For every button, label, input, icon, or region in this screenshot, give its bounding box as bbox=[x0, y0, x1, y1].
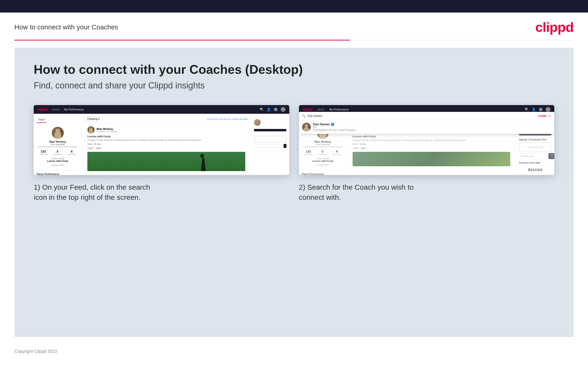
search-overlay: 🔍 Dan Davies CLEAR ✕ bbox=[299, 112, 554, 134]
step1-block: clippd Home My Performance 🔍 👤 ⚙️ bbox=[34, 105, 289, 202]
coaches-panel bbox=[251, 114, 289, 175]
settings-icon[interactable]: ⚙️ bbox=[274, 108, 278, 111]
feed-item-header: Blair McHarg Yesterday · Sunningdale bbox=[87, 126, 245, 134]
step1-caption: 1) On your Feed, click on the search ico… bbox=[34, 182, 289, 202]
profile-handicap: Plus Handicap bbox=[37, 143, 79, 146]
feed-image bbox=[87, 152, 245, 171]
latest-activity-label: Latest Activity bbox=[37, 157, 79, 160]
following-count: 4 bbox=[68, 150, 76, 153]
profile-handicap-2: Plus Handicap bbox=[302, 143, 344, 146]
performance-section: Player Performance Total Player Quality … bbox=[37, 171, 79, 175]
page-title: How to connect with your Coaches bbox=[14, 23, 118, 31]
footer: Copyright Clippd 2022 bbox=[0, 344, 588, 359]
search-clear-button[interactable]: CLEAR bbox=[538, 115, 546, 117]
upload-section bbox=[254, 136, 286, 148]
step2-caption: 2) Search for the Coach you wish to conn… bbox=[299, 182, 554, 202]
nav-home[interactable]: Home bbox=[52, 108, 59, 111]
header-divider bbox=[14, 40, 574, 40]
tag-ott: OTT bbox=[87, 147, 94, 150]
header: How to connect with your Coaches clippd bbox=[0, 12, 588, 40]
settings-icon-2[interactable]: ⚙️ bbox=[539, 108, 543, 111]
result-avatar bbox=[302, 123, 311, 131]
search-result[interactable]: Dan Davies ✓ Pro Sunningdale Golf Club, … bbox=[299, 120, 554, 134]
feed-item: Blair McHarg Yesterday · Sunningdale Les… bbox=[85, 124, 248, 174]
result-name: Dan Davies ✓ bbox=[313, 122, 356, 126]
feed-tab[interactable]: Feed bbox=[37, 117, 46, 123]
profile-club: Royal North Devon Golf Club, United King… bbox=[37, 146, 79, 148]
chevron-down-icon: ▾ bbox=[98, 118, 100, 120]
user-icon[interactable]: 👤 bbox=[267, 108, 271, 111]
add-link-button-2[interactable]: Add Link bbox=[549, 153, 554, 159]
followers-count: 3 bbox=[53, 150, 61, 153]
navbar-right: 🔍 👤 ⚙️ bbox=[260, 107, 285, 112]
trackman-input-row bbox=[254, 144, 286, 148]
trackman-input[interactable] bbox=[254, 144, 282, 148]
profile-name-2: Blair McHarg bbox=[302, 140, 344, 143]
perf-title: Player Performance bbox=[37, 173, 79, 175]
hero-title: How to connect with your Coaches (Deskto… bbox=[34, 62, 554, 77]
trackman-box bbox=[254, 136, 286, 142]
trackman-input-2[interactable] bbox=[519, 153, 548, 159]
verified-badge: ✓ bbox=[331, 123, 334, 126]
nav-links: Home My Performance bbox=[52, 108, 84, 111]
arccos-logo bbox=[254, 150, 286, 154]
connect-section bbox=[254, 150, 286, 154]
nav-home-2[interactable]: Home bbox=[317, 108, 325, 111]
avatar-icon bbox=[281, 107, 285, 112]
feed-coach-name: Blair McHarg bbox=[97, 128, 117, 130]
step1-screenshot: clippd Home My Performance 🔍 👤 ⚙️ bbox=[34, 105, 289, 175]
activity-date: 03 Aug 2022 bbox=[37, 164, 79, 166]
avatar bbox=[52, 127, 64, 139]
step2-block: clippd Home My Performance 🔍 👤 ⚙️ bbox=[299, 105, 554, 202]
activities-stat: 131 Activities bbox=[40, 150, 47, 156]
search-icon-2[interactable]: 🔍 bbox=[525, 108, 529, 111]
followers-stat: 3 Followers bbox=[53, 150, 61, 156]
latest-activity-name: Lesson with Fordy bbox=[37, 160, 79, 162]
activities-label: Activities bbox=[40, 153, 47, 156]
app-logo: clippd bbox=[37, 108, 47, 111]
result-club: Sunningdale Golf Club, United Kingdom bbox=[313, 129, 356, 131]
following-button[interactable]: Following ▾ bbox=[85, 117, 102, 121]
add-link-button[interactable] bbox=[283, 144, 286, 148]
step2-screenshot: clippd Home My Performance 🔍 👤 ⚙️ bbox=[299, 105, 554, 175]
manage-coaches-button[interactable] bbox=[254, 129, 286, 131]
feed-coach-meta: Yesterday · Sunningdale bbox=[97, 130, 117, 133]
result-info: Dan Davies ✓ Pro Sunningdale Golf Club, … bbox=[313, 122, 356, 131]
control-link[interactable]: Control who can see your activity and da… bbox=[207, 118, 248, 120]
main-content: How to connect with your Coaches (Deskto… bbox=[14, 48, 574, 337]
nav-links-2: Home My Performance bbox=[317, 108, 349, 111]
app-navbar: clippd Home My Performance 🔍 👤 ⚙️ bbox=[34, 105, 289, 114]
copyright: Copyright Clippd 2022 bbox=[14, 349, 57, 354]
screenshots-row: clippd Home My Performance 🔍 👤 ⚙️ bbox=[34, 105, 554, 202]
lesson-title: Lesson with Fordy bbox=[87, 135, 245, 138]
search-bar: 🔍 Dan Davies CLEAR ✕ bbox=[299, 112, 554, 120]
navbar-right-2: 🔍 👤 ⚙️ bbox=[525, 107, 551, 112]
result-role: Pro bbox=[313, 126, 356, 129]
profile-club-2: Royal North Devon Golf Club, United King… bbox=[302, 146, 344, 148]
coach-item bbox=[254, 119, 286, 126]
search-icon-overlay: 🔍 bbox=[302, 114, 306, 118]
nav-my-performance[interactable]: My Performance bbox=[64, 108, 84, 111]
coach-avatar bbox=[254, 119, 261, 126]
avatar-icon-2 bbox=[546, 107, 551, 112]
followers-label: Followers bbox=[53, 153, 61, 156]
hero-subtitle: Find, connect and share your Clippd insi… bbox=[34, 81, 554, 91]
search-icon[interactable]: 🔍 bbox=[260, 108, 264, 111]
activities-count: 131 bbox=[40, 150, 47, 153]
tag-app: APP bbox=[95, 147, 102, 150]
user-icon-2[interactable]: 👤 bbox=[532, 108, 536, 111]
clippd-logo: clippd bbox=[535, 19, 574, 35]
profile-card: Blair McHarg Plus Handicap Royal North D… bbox=[37, 125, 79, 168]
feed-header: Following ▾ Control who can see your act… bbox=[85, 117, 248, 121]
nav-my-performance-2[interactable]: My Performance bbox=[329, 108, 349, 111]
lesson-duration: 01 hr : 30 min bbox=[87, 143, 245, 145]
search-query[interactable]: Dan Davies bbox=[307, 114, 536, 118]
app-sidebar: Feed Blair McHarg Plus Handicap Royal No… bbox=[34, 114, 82, 175]
profile-name: Blair McHarg bbox=[37, 140, 79, 143]
search-close-button[interactable]: ✕ bbox=[548, 114, 551, 118]
following-label: Following bbox=[68, 153, 76, 156]
feed-avatar bbox=[87, 126, 95, 134]
profile-stats-2: 131Activities 3Followers 4Following bbox=[302, 150, 344, 156]
profile-stats: 131 Activities 3 Followers 4 bbox=[37, 150, 79, 156]
lesson-desc: Looking to feel like my hands are exitin… bbox=[87, 139, 245, 141]
